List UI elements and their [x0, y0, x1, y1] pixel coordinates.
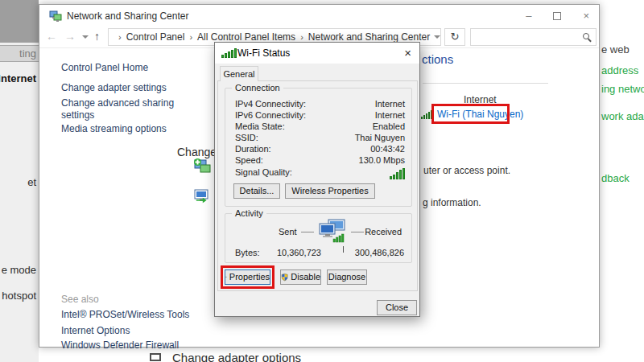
sent-label: Sent	[279, 227, 297, 237]
window-titlebar[interactable]: Network and Sharing Center – ×	[39, 5, 599, 27]
uac-shield-icon	[281, 273, 288, 282]
maximize-button[interactable]	[553, 12, 561, 20]
row-value: Thai Nguyen	[355, 132, 405, 143]
page-link-fragment[interactable]: work adapt	[601, 110, 644, 122]
row-value: Enabled	[373, 121, 405, 132]
sidebar-item-change-adapter-settings[interactable]: Change adapter settings	[61, 82, 167, 93]
row-value: Internet	[375, 109, 405, 121]
connection-row: IPv6 Connectivity:Internet	[235, 109, 405, 121]
row-value: 130.0 Mbps	[359, 154, 405, 166]
troubleshoot-text-fragment: g information.	[423, 197, 481, 208]
row-value: 00:43:42	[370, 143, 405, 154]
divider-tick	[343, 246, 344, 253]
wireless-properties-button[interactable]: Wireless Properties	[285, 183, 375, 199]
row-value: Internet	[375, 98, 405, 109]
dialog-title: Wi-Fi Status	[237, 47, 290, 59]
close-button-label: Close	[386, 301, 408, 315]
settings-item-fragment: et	[27, 176, 36, 188]
received-label: Received	[365, 227, 402, 237]
crumb-separator: ›	[188, 32, 193, 42]
minimize-button[interactable]: –	[526, 10, 531, 22]
received-dash	[351, 232, 364, 232]
bytes-received-value: 300,486,826	[355, 248, 404, 257]
dialog-titlebar[interactable]: Wi-Fi Status ×	[215, 43, 419, 64]
network-app-icon	[49, 10, 62, 23]
change-adapter-options-row[interactable]: Change adapter options	[150, 351, 472, 362]
page-link-fragment[interactable]: address	[601, 64, 638, 76]
forward-icon[interactable]: →	[64, 30, 76, 43]
connection-row: Speed:130.0 Mbps	[235, 154, 405, 166]
close-dialog-button[interactable]: Close	[377, 300, 417, 315]
connection-row: Media State:Enabled	[235, 121, 405, 132]
background-dim-area	[0, 0, 39, 43]
annotation-box-wifi-link	[431, 104, 510, 124]
connection-groupbox: Connection IPv4 Connectivity:Internet IP…	[225, 88, 412, 207]
wifi-status-icon	[221, 48, 237, 58]
diagnose-button-label: Diagnose	[328, 270, 365, 284]
close-button[interactable]: ×	[583, 10, 589, 22]
adapter-icon	[150, 353, 161, 361]
bytes-label: Bytes:	[235, 248, 260, 257]
page-text-fragment: e web	[601, 43, 630, 56]
breadcrumb-network-sharing[interactable]: Network and Sharing Center	[308, 31, 430, 43]
row-label: Duration:	[235, 143, 271, 154]
breadcrumb-control-panel[interactable]: Control Panel	[126, 31, 185, 43]
breadcrumb-all-items[interactable]: All Control Panel Items	[197, 31, 295, 43]
diagnose-button[interactable]: Diagnose	[327, 269, 367, 285]
sidebar-item-intel-proset[interactable]: Intel® PROSet/Wireless Tools	[61, 309, 189, 320]
page-heading-fragment: ctions	[422, 52, 453, 66]
up-icon[interactable]: ↑	[94, 30, 100, 43]
crumb-separator: ›	[118, 32, 122, 42]
settings-item-fragment: hotspot	[2, 290, 36, 302]
connection-row: Duration:00:43:42	[235, 143, 405, 154]
crumb-separator: ›	[299, 32, 304, 42]
new-connection-icon[interactable]	[192, 157, 212, 176]
connection-row: SSID:Thai Nguyen	[235, 132, 405, 143]
computer-activity-icon	[319, 219, 346, 243]
wifi-status-dialog: Wi-Fi Status × General Connection IPv4 C…	[214, 42, 420, 317]
settings-item-fragment: Internet	[0, 72, 36, 84]
wifi-signal-icon	[421, 110, 432, 119]
sidebar-item-advanced-sharing[interactable]: Change advanced sharing settings	[61, 97, 182, 121]
sidebar-item-media-streaming[interactable]: Media streaming options	[61, 123, 167, 134]
sidebar-item-defender-firewall[interactable]: Windows Defender Firewall	[61, 339, 179, 351]
screen: ting Internet et e mode hotspot e web ad…	[0, 0, 644, 362]
router-text-fragment: uter or access point.	[423, 165, 510, 176]
annotation-box-properties	[221, 265, 275, 289]
row-label: IPv4 Connectivity:	[235, 98, 306, 109]
change-adapter-options-link[interactable]: Change adapter options	[172, 351, 301, 362]
search-box[interactable]	[470, 28, 597, 46]
refresh-button[interactable]: ↻	[444, 28, 465, 46]
activity-groupbox: Activity Sent Received Bytes: 10	[225, 213, 412, 263]
signal-quality-icon	[390, 168, 405, 179]
row-label: Speed:	[235, 154, 263, 166]
section-divider	[423, 83, 548, 84]
tab-general[interactable]: General	[220, 66, 258, 81]
activity-group-label: Activity	[232, 208, 266, 218]
signal-quality-row: Signal Quality:	[235, 166, 405, 179]
page-link-fragment[interactable]: ing network	[601, 83, 644, 95]
background-settings-panel: ting Internet et e mode hotspot	[0, 0, 39, 362]
dialog-close-icon[interactable]: ×	[404, 46, 411, 60]
history-chevron-icon[interactable]	[82, 35, 89, 39]
back-icon[interactable]: ←	[46, 30, 57, 43]
troubleshoot-icon[interactable]	[192, 187, 212, 207]
signal-quality-label: Signal Quality:	[235, 166, 292, 179]
row-label: IPv6 Connectivity:	[235, 109, 306, 121]
connection-group-label: Connection	[232, 83, 283, 93]
settings-item-fragment: e mode	[2, 264, 36, 276]
settings-search-fragment: ting	[0, 45, 39, 62]
row-label: SSID:	[235, 132, 258, 143]
sidebar-item-internet-options[interactable]: Internet Options	[61, 325, 130, 336]
sidebar-item-control-panel-home[interactable]: Control Panel Home	[61, 62, 148, 73]
disable-button[interactable]: Disable	[280, 269, 321, 285]
address-chevron-icon[interactable]	[434, 35, 440, 39]
connection-row: IPv4 Connectivity:Internet	[235, 98, 405, 109]
search-icon	[583, 33, 589, 39]
details-button[interactable]: Details...	[233, 183, 280, 199]
background-page-panel: e web address ing network work adapt dba…	[600, 0, 644, 362]
search-input[interactable]	[474, 30, 577, 44]
page-link-fragment[interactable]: dback	[601, 172, 630, 184]
disable-button-label: Disable	[291, 270, 320, 284]
see-also-label: See also	[61, 294, 99, 305]
